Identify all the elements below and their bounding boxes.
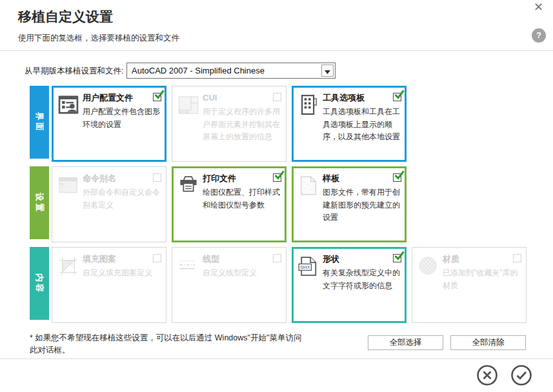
card-title: 命令别名 <box>83 173 150 184</box>
confirm-button[interactable] <box>510 364 532 386</box>
checkbox[interactable] <box>273 93 281 101</box>
card-description: 绘图仪配置、打印样式和绘图仪型号参数 <box>203 186 283 211</box>
card-description: 有关复杂线型定义中的文字字符或形的信息 <box>323 267 403 292</box>
command-alias-icon: >_ <box>57 173 80 198</box>
tab-interface: 界面 <box>30 86 49 159</box>
tab-settings-label: 设置 <box>34 193 45 213</box>
checkbox[interactable] <box>393 173 401 182</box>
dropdown-arrow-icon[interactable] <box>321 64 334 77</box>
card-title: 材质 <box>443 253 510 264</box>
card-hatch-patterns[interactable]: 填充图案 自定义填充图案定义 <box>52 247 166 323</box>
tab-settings: 设置 <box>30 166 49 239</box>
close-icon[interactable]: ✕ <box>534 1 543 14</box>
cui-icon: CUI <box>177 93 200 117</box>
card-title: 工具选项板 <box>323 92 390 103</box>
checkbox[interactable] <box>153 254 161 262</box>
user-profile-icon <box>57 93 80 117</box>
shx-shape-icon: SHX <box>297 254 320 279</box>
card-title: 形状 <box>323 253 390 264</box>
card-title: 样板 <box>323 173 390 184</box>
material-sphere-icon <box>417 254 440 279</box>
card-templates[interactable]: 样板 图形文件，带有用于创建新图形的预先建立的设置 <box>292 166 407 242</box>
select-all-button[interactable]: 全部选择 <box>368 335 443 350</box>
card-description: 用户配置文件包含图形环境的设置 <box>83 106 163 131</box>
version-select[interactable]: AutoCAD 2007 - Simplified Chinese <box>126 63 336 79</box>
checkbox[interactable] <box>393 254 401 262</box>
header-divider <box>0 50 553 51</box>
card-description: 图形文件，带有用于创建新图形的预先建立的设置 <box>323 186 403 224</box>
tab-content-label: 内容 <box>34 273 45 294</box>
card-shapes[interactable]: SHX 形状 有关复杂线型定义中的文字字符或形的信息 <box>292 247 407 323</box>
version-select-label: 从早期版本移植设置和文件: <box>25 66 123 77</box>
page-title: 移植自定义设置 <box>18 8 113 26</box>
row-content: 内容 <box>30 247 532 323</box>
card-description: 外部命令和自定义命令别名定义 <box>83 186 163 211</box>
card-description: 已添加到"收藏夹"库的材质 <box>443 267 523 292</box>
card-description: 工具选项板和工具在工具选项板上显示的顺序，以及其他本地设置 <box>323 106 403 144</box>
card-description: 自定义填充图案定义 <box>83 267 163 280</box>
tab-content: 内容 <box>30 247 49 320</box>
hatch-pattern-icon <box>57 254 80 279</box>
footnote: * 如果您不希望现在移植这些设置，可以在以后通过 Windows"开始"菜单访问… <box>30 332 306 357</box>
card-materials[interactable]: 材质 已添加到"收藏夹"库的材质 <box>412 247 527 323</box>
checkbox[interactable] <box>153 93 161 101</box>
card-cui[interactable]: CUI CUI 用于定义程序的许多用户界面元素并控制其在屏幕上的放置的信息 <box>172 86 287 162</box>
card-linetypes[interactable]: 线型 自定义线型定义 <box>172 247 287 323</box>
printer-icon <box>177 173 200 198</box>
card-user-profile[interactable]: 用户配置文件 用户配置文件包含图形环境的设置 <box>52 86 166 162</box>
card-tool-palettes[interactable]: 工具选项板 工具选项板和工具在工具选项板上显示的顺序，以及其他本地设置 <box>292 86 407 162</box>
svg-text:CUI: CUI <box>181 110 186 113</box>
help-icon[interactable]: ? <box>532 28 546 43</box>
checkbox[interactable] <box>513 254 521 262</box>
migrate-custom-settings-dialog: ✕ 移植自定义设置 使用下面的复选框，选择要移植的设置和文件 ? 从早期版本移植… <box>0 0 553 392</box>
cancel-button[interactable] <box>476 364 498 386</box>
version-select-value: AutoCAD 2007 - Simplified Chinese <box>132 63 265 78</box>
card-title: CUI <box>203 92 270 103</box>
checkbox[interactable] <box>273 254 281 262</box>
row-interface: 界面 用户配置文件 <box>30 86 412 162</box>
card-title: 用户配置文件 <box>83 92 150 103</box>
linetype-icon <box>177 254 200 279</box>
checkbox[interactable] <box>393 93 401 101</box>
card-description: 用于定义程序的许多用户界面元素并控制其在屏幕上的放置的信息 <box>203 106 283 144</box>
template-file-icon <box>297 173 320 198</box>
footer-divider <box>0 358 553 359</box>
card-description: 自定义线型定义 <box>203 267 283 280</box>
card-title: 打印文件 <box>203 173 270 184</box>
tab-interface-label: 界面 <box>34 112 45 133</box>
card-command-aliases[interactable]: >_ 命令别名 外部命令和自定义命令别名定义 <box>52 166 166 242</box>
card-title: 填充图案 <box>83 253 150 264</box>
svg-text:SHX: SHX <box>300 264 310 270</box>
card-title: 线型 <box>203 253 270 264</box>
card-plot-files[interactable]: 打印文件 绘图仪配置、打印样式和绘图仪型号参数 <box>172 166 287 242</box>
tool-palettes-icon <box>297 93 320 117</box>
checkbox[interactable] <box>153 173 161 182</box>
row-settings: 设置 >_ 命令别名 外部命令和自定义命令别名定义 <box>30 166 412 242</box>
checkbox[interactable] <box>273 173 281 182</box>
svg-text:>_: >_ <box>61 182 66 187</box>
page-subtitle: 使用下面的复选框，选择要移植的设置和文件 <box>18 33 179 44</box>
clear-all-button[interactable]: 全部清除 <box>450 335 526 350</box>
